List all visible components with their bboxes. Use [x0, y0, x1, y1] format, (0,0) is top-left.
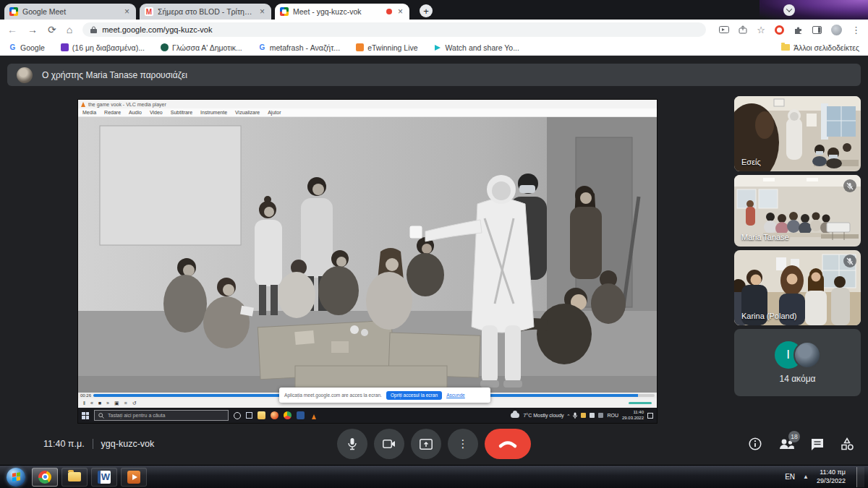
close-icon[interactable]: × — [123, 7, 131, 16]
bookmark-glossa[interactable]: Γλώσσα Α' Δημοτικ... — [161, 43, 242, 52]
bookmark-watch[interactable]: Watch and share Yo... — [434, 43, 519, 52]
forward-icon[interactable]: → — [27, 25, 38, 35]
participants-button[interactable]: 18 — [778, 438, 794, 450]
extension-red-icon[interactable] — [775, 25, 784, 35]
bookmark-metafrash[interactable]: G metafrash - Αναζήτ... — [258, 43, 340, 52]
participant-name: Karina (Poland) — [741, 312, 796, 320]
profile-avatar[interactable] — [831, 25, 842, 35]
participant-avatars: I — [775, 341, 821, 369]
more-options-button[interactable]: ⋮ — [448, 429, 478, 459]
extensions-puzzle-icon[interactable] — [793, 25, 803, 35]
mic-off-icon — [843, 254, 856, 267]
tab-meet-active[interactable]: Meet - ygq-kuzc-vok × — [275, 4, 409, 20]
vlc-volume-bar — [629, 402, 652, 404]
mic-button[interactable] — [337, 429, 367, 459]
chrome-icon — [284, 411, 292, 419]
media-controls-icon[interactable] — [719, 25, 729, 34]
avatar-photo — [793, 341, 821, 369]
site-icon — [161, 43, 169, 51]
tray-caret-up-icon[interactable]: ▲ — [803, 474, 809, 480]
participant-name: Maria Tanase — [741, 233, 789, 241]
taskbar-word-button[interactable]: W — [91, 468, 117, 487]
dismiss-link: Ascunde — [446, 393, 465, 398]
tab-label: Meet - ygq-kuzc-vok — [293, 7, 382, 16]
playlist-icon: ≡ — [124, 401, 127, 406]
stop-icon: ■ — [98, 401, 101, 406]
more-participants-tile[interactable]: I 14 ακόμα — [734, 329, 861, 396]
show-desktop-button[interactable] — [856, 467, 864, 487]
taskbar-mediaplayer-button[interactable] — [121, 468, 147, 487]
word-icon — [297, 411, 305, 419]
present-button[interactable] — [411, 429, 441, 459]
remote-tray: 7°C Mostly cloudy ^ ROU 11:40 29.03.2022 — [511, 410, 653, 420]
close-icon[interactable]: × — [396, 7, 404, 16]
side-panel-icon[interactable] — [812, 26, 822, 34]
share-icon[interactable] — [739, 25, 747, 34]
hangup-icon — [499, 440, 516, 448]
tab-blod[interactable]: M Σήμερα στο BLOD - Τρίτη 29/0 × — [140, 4, 271, 20]
taskbar-chrome-button[interactable] — [32, 468, 58, 487]
google-g-icon: G — [258, 43, 266, 51]
vlc-menu-item: Media — [82, 110, 96, 115]
other-bookmarks[interactable]: Άλλοι σελιδοδείκτες — [781, 43, 859, 52]
bookmark-label: Google — [20, 43, 45, 52]
desktop-wallpaper-corner — [760, 0, 868, 20]
kebab-menu-icon[interactable]: ⋮ — [851, 25, 861, 35]
tab-label: Σήμερα στο BLOD - Τρίτη 29/0 — [158, 7, 254, 16]
presenting-banner-text: Ο χρήστης Maria Tanase παρουσιάζει — [42, 70, 187, 80]
remote-clock: 11:40 29.03.2022 — [622, 410, 644, 420]
divider — [93, 439, 93, 449]
explorer-icon — [258, 411, 265, 419]
home-icon[interactable]: ⌂ — [67, 25, 72, 35]
activities-button[interactable] — [841, 437, 854, 450]
reload-icon[interactable]: ⟳ — [48, 25, 56, 35]
chrome-icon — [38, 471, 51, 484]
clock-date: 29/3/2022 — [817, 477, 846, 484]
bookmark-etwinning[interactable]: eTwinning Live — [356, 43, 417, 52]
vlc-menu-item: Audio — [129, 110, 142, 115]
bookmark-unread[interactable]: (16 μη διαβασμένα)... — [61, 43, 145, 52]
vlc-icon — [310, 411, 318, 419]
explorer-icon — [68, 472, 81, 481]
folder-icon — [781, 44, 790, 51]
screen-access-notification: Aplicația meet.google.com are acces la e… — [279, 388, 490, 403]
google-g-icon: G — [9, 43, 17, 51]
taskbar-explorer-button[interactable] — [61, 468, 88, 487]
meeting-details-button[interactable] — [749, 437, 762, 450]
participant-name: Εσείς — [741, 158, 761, 166]
bookmark-google[interactable]: G Google — [9, 43, 45, 52]
search-icon — [98, 413, 104, 419]
presentation-video — [78, 117, 657, 393]
battery-icon — [590, 413, 595, 418]
participant-tile-maria[interactable]: Maria Tanase — [734, 175, 861, 247]
back-icon[interactable]: ← — [7, 25, 17, 35]
chevron-down-icon[interactable] — [783, 4, 795, 16]
windows-logo-icon — [12, 472, 20, 481]
tray-app-icon — [581, 413, 586, 418]
bookmark-label: Άλλοι σελιδοδείκτες — [793, 43, 859, 52]
start-button[interactable] — [7, 468, 25, 487]
new-tab-button[interactable]: + — [420, 4, 433, 17]
language-indicator[interactable]: EN — [785, 473, 795, 481]
leave-call-button[interactable] — [485, 429, 531, 459]
address-bar[interactable]: meet.google.com/ygq-kuzc-vok — [82, 22, 706, 37]
camera-button[interactable] — [374, 429, 404, 459]
tab-google-meet[interactable]: Google Meet × — [4, 4, 136, 20]
fullscreen-icon: ▣ — [114, 401, 119, 406]
shared-screen-presentation: the game vook - VLC media player Media R… — [78, 100, 657, 423]
bookmarks-bar: G Google (16 μη διαβασμένα)... Γλώσσα Α'… — [0, 40, 868, 56]
windows-start-icon — [82, 412, 89, 419]
action-center-icon — [647, 413, 653, 419]
participant-tile-karina[interactable]: Karina (Poland) — [734, 250, 861, 325]
participant-tile-you[interactable]: Εσείς — [734, 96, 861, 171]
vlc-menubar: Media Redare Audio Video Subtitrare Inst… — [78, 108, 657, 117]
chat-button[interactable] — [811, 438, 824, 450]
taskbar-clock[interactable]: 11:40 πμ 29/3/2022 — [817, 468, 846, 485]
word-icon: W — [98, 471, 111, 484]
bookmark-label: (16 μη διαβασμένα)... — [72, 43, 145, 52]
bookmark-star-icon[interactable]: ☆ — [757, 25, 765, 35]
close-icon[interactable]: × — [258, 7, 266, 16]
vlc-menu-item: Instrumente — [200, 110, 227, 115]
play-icon — [434, 43, 442, 51]
vlc-elapsed-time: 00:26 — [80, 393, 91, 398]
